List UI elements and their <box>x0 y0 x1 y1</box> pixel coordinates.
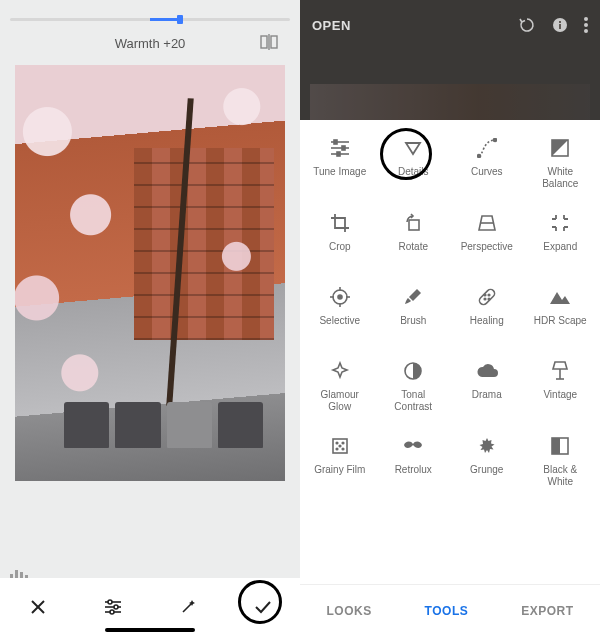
svg-point-37 <box>338 295 342 299</box>
svg-marker-47 <box>550 292 570 304</box>
svg-point-19 <box>584 17 588 21</box>
tool-label: Rotate <box>399 241 428 263</box>
svg-rect-1 <box>271 36 277 48</box>
film-icon <box>328 434 352 458</box>
tool-expand[interactable]: Expand <box>525 211 597 263</box>
editor-bottom-bar <box>0 578 300 636</box>
svg-point-55 <box>339 445 341 447</box>
svg-point-53 <box>336 442 338 444</box>
tool-healing[interactable]: Healing <box>451 285 523 337</box>
tool-white-balance[interactable]: White Balance <box>525 136 597 189</box>
tool-label: Grunge <box>470 464 503 486</box>
svg-point-56 <box>336 448 338 450</box>
adjustment-readout-row: Warmth +20 <box>0 30 300 65</box>
header-row: OPEN <box>300 10 600 40</box>
tool-tune-image[interactable]: Tune Image <box>304 136 376 189</box>
tool-label: Tune Image <box>313 166 366 188</box>
tool-label: Curves <box>471 166 503 188</box>
tool-label: Retrolux <box>395 464 432 486</box>
svg-point-20 <box>584 23 588 27</box>
wb-icon <box>548 136 572 160</box>
svg-point-29 <box>477 155 480 158</box>
tab-looks[interactable]: LOOKS <box>326 604 371 618</box>
svg-marker-28 <box>406 143 420 154</box>
tab-export[interactable]: EXPORT <box>521 604 573 618</box>
photo-canvas[interactable] <box>15 65 285 481</box>
photo-content <box>64 402 264 448</box>
tool-curves[interactable]: Curves <box>451 136 523 189</box>
more-icon[interactable] <box>584 17 588 33</box>
target-icon <box>328 285 352 309</box>
expand-icon <box>548 211 572 235</box>
curve-icon <box>475 136 499 160</box>
tools-header: OPEN <box>300 0 600 120</box>
tool-brush[interactable]: Brush <box>378 285 450 337</box>
open-button[interactable]: OPEN <box>312 18 351 33</box>
svg-rect-25 <box>342 146 345 150</box>
bottom-tab-bar: LOOKS TOOLS EXPORT <box>300 584 600 636</box>
adjust-button[interactable] <box>99 593 127 621</box>
tool-hdr-scape[interactable]: HDR Scape <box>525 285 597 337</box>
svg-point-46 <box>484 298 486 300</box>
tool-tonal-contrast[interactable]: Tonal Contrast <box>378 359 450 412</box>
tool-grainy-film[interactable]: Grainy Film <box>304 434 376 487</box>
slider-thumb[interactable] <box>177 15 183 24</box>
svg-rect-18 <box>559 21 561 23</box>
tool-label: White Balance <box>542 166 578 189</box>
tool-selective[interactable]: Selective <box>304 285 376 337</box>
accept-button[interactable] <box>249 593 277 621</box>
photo-content <box>166 98 193 405</box>
tool-label: Brush <box>400 315 426 337</box>
contrast-icon <box>401 359 425 383</box>
tool-label: Black & White <box>543 464 577 487</box>
svg-point-30 <box>493 139 496 142</box>
sparkle-icon <box>328 359 352 383</box>
crop-icon <box>328 211 352 235</box>
lamp-icon <box>548 359 572 383</box>
triangle-down-icon <box>401 136 425 160</box>
tool-details[interactable]: Details <box>378 136 450 189</box>
tool-label: Glamour Glow <box>321 389 359 412</box>
tools-pane: OPEN Tune ImageDetailsCurvesWhite Balanc… <box>300 0 600 636</box>
svg-rect-59 <box>552 438 560 454</box>
tool-vintage[interactable]: Vintage <box>525 359 597 412</box>
bw-icon <box>548 434 572 458</box>
svg-point-14 <box>110 610 114 614</box>
rotate-icon <box>401 211 425 235</box>
tool-crop[interactable]: Crop <box>304 211 376 263</box>
sliders-icon <box>328 136 352 160</box>
brush-icon <box>401 285 425 309</box>
tab-tools[interactable]: TOOLS <box>425 604 469 618</box>
tool-label: Expand <box>543 241 577 263</box>
svg-point-54 <box>342 442 344 444</box>
mountain-icon <box>548 285 572 309</box>
tool-perspective[interactable]: Perspective <box>451 211 523 263</box>
svg-point-44 <box>488 298 490 300</box>
svg-rect-27 <box>337 152 340 156</box>
undo-stack-icon[interactable] <box>518 16 536 34</box>
auto-wand-button[interactable] <box>174 593 202 621</box>
home-indicator <box>105 628 195 632</box>
tool-black-white[interactable]: Black & White <box>525 434 597 487</box>
tool-retrolux[interactable]: Retrolux <box>378 434 450 487</box>
tool-label: Perspective <box>461 241 513 263</box>
splat-icon <box>475 434 499 458</box>
tool-grid-container[interactable]: Tune ImageDetailsCurvesWhite BalanceCrop… <box>300 120 600 584</box>
compare-icon[interactable] <box>260 34 278 50</box>
tool-rotate[interactable]: Rotate <box>378 211 450 263</box>
mustache-icon <box>401 434 425 458</box>
adjustment-slider[interactable] <box>0 0 300 30</box>
tool-drama[interactable]: Drama <box>451 359 523 412</box>
svg-marker-32 <box>552 140 568 156</box>
tool-grunge[interactable]: Grunge <box>451 434 523 487</box>
svg-point-57 <box>342 448 344 450</box>
perspective-icon <box>475 211 499 235</box>
tool-glamour-glow[interactable]: Glamour Glow <box>304 359 376 412</box>
slider-fill <box>150 18 180 21</box>
cancel-button[interactable] <box>24 593 52 621</box>
cloud-icon <box>475 359 499 383</box>
info-icon[interactable] <box>552 17 568 33</box>
tool-label: Grainy Film <box>314 464 365 486</box>
svg-rect-42 <box>478 288 496 306</box>
tool-label: Drama <box>472 389 502 411</box>
